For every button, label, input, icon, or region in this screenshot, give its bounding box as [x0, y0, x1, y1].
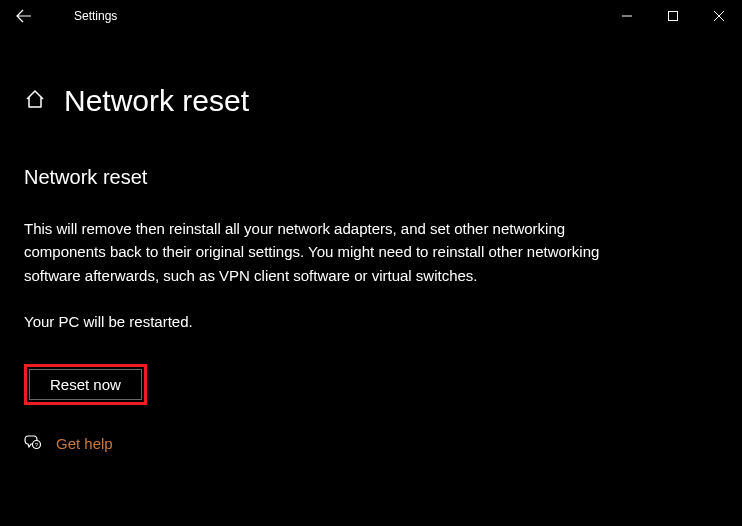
- close-button[interactable]: [696, 0, 742, 32]
- svg-rect-1: [669, 12, 678, 21]
- section-heading: Network reset: [24, 166, 718, 189]
- maximize-button[interactable]: [650, 0, 696, 32]
- close-icon: [714, 11, 724, 21]
- page-title: Network reset: [64, 84, 249, 118]
- minimize-button[interactable]: [604, 0, 650, 32]
- help-row: ? Get help: [24, 433, 718, 455]
- page-header: Network reset: [24, 84, 718, 118]
- maximize-icon: [668, 11, 678, 21]
- home-icon: [24, 88, 46, 114]
- help-icon: ?: [24, 433, 42, 455]
- back-button[interactable]: [8, 0, 40, 32]
- minimize-icon: [622, 11, 632, 21]
- arrow-left-icon: [16, 8, 32, 24]
- window-controls: [604, 0, 742, 32]
- titlebar: Settings: [0, 0, 742, 32]
- restart-note: Your PC will be restarted.: [24, 313, 718, 330]
- content-area: Network reset Network reset This will re…: [0, 32, 742, 455]
- reset-now-button[interactable]: Reset now: [29, 369, 142, 400]
- reset-button-highlight: Reset now: [24, 364, 147, 405]
- get-help-link[interactable]: Get help: [56, 435, 113, 452]
- app-title: Settings: [74, 9, 117, 23]
- description-text: This will remove then reinstall all your…: [24, 217, 609, 287]
